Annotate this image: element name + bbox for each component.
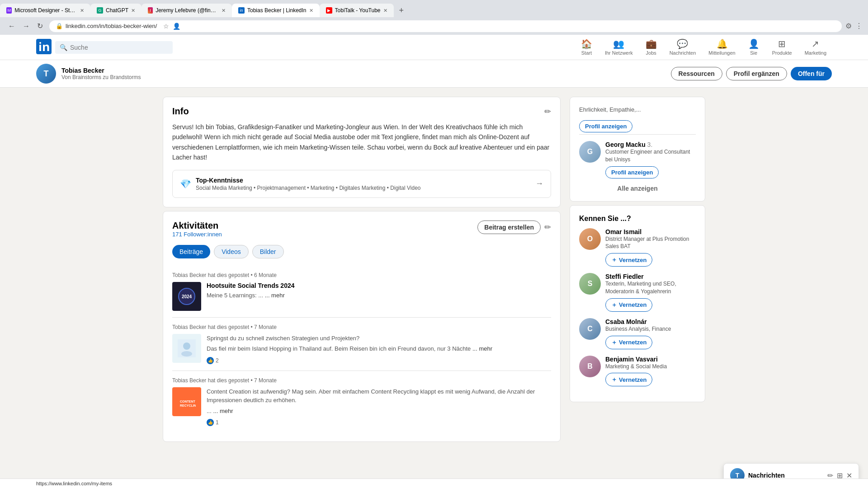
post-body-line2-3: ... ... mehr — [207, 407, 551, 416]
followers-count[interactable]: 171 Follower:innen — [172, 231, 222, 238]
georg-profil-button[interactable]: Profil anzeigen — [605, 166, 659, 178]
kennen-title: Kennen Sie ...? — [579, 215, 696, 223]
top-skills-list: Social Media Marketing • Projektmanageme… — [196, 185, 420, 191]
skills-badge-icon: 💎 — [180, 178, 191, 189]
csaba-title: Business Analysis, Finance — [605, 325, 696, 333]
nav-marketing[interactable]: ↗ Marketing — [799, 35, 832, 60]
post-body-2: Springst du zu schnell zwischen Strategi… — [207, 334, 551, 353]
aktivitaeten-edit-icon[interactable]: ✏ — [544, 222, 551, 232]
connect-icon-steffi: ＋ — [611, 301, 617, 309]
tab-close-li[interactable]: ✕ — [309, 8, 313, 14]
search-input[interactable] — [70, 44, 168, 51]
csaba-vernetzen-button[interactable]: ＋ Vernetzen — [605, 336, 652, 349]
nav-network-label: Ihr Netzwerk — [605, 50, 633, 56]
more-icon[interactable]: ⋮ — [855, 22, 863, 30]
status-url: https://www.linkedin.com/my-items — [36, 481, 112, 486]
filter-bilder[interactable]: Bilder — [252, 245, 284, 258]
tab-ig[interactable]: I Jeremy Lefebvre (@financialec... ✕ — [142, 4, 232, 17]
tab-ms[interactable]: M Microsoft Designer - Stunning ✕ — [0, 4, 90, 17]
filter-beitraege[interactable]: Beiträge — [172, 245, 210, 258]
jobs-icon: 💼 — [646, 38, 657, 49]
person-benjamin: B Benjamin Vasvari Marketing & Social Me… — [579, 356, 696, 387]
omar-title: District Manager at Plus Promotion Sales… — [605, 235, 696, 251]
like-icon-2: 👍 — [207, 357, 214, 364]
steffi-vernetzen-button[interactable]: ＋ Vernetzen — [605, 298, 652, 312]
nav-notifications-label: Mitteilungen — [708, 50, 735, 56]
search-box[interactable]: 🔍 — [55, 41, 173, 54]
post-text-2: Springst du zu schnell zwischen Strategi… — [207, 334, 551, 364]
nav-start[interactable]: 🏠 Start — [576, 35, 598, 60]
new-tab-button[interactable]: + — [394, 4, 410, 17]
post-body-3: Content Creation ist aufwendig? Mag sein… — [207, 387, 551, 416]
forward-button[interactable]: → — [20, 20, 33, 32]
reload-button[interactable]: ↻ — [34, 20, 46, 32]
alle-anzeigen-link[interactable]: Alle anzeigen — [579, 185, 696, 192]
profile-avatar[interactable]: T — [36, 64, 56, 84]
linkedin-logo[interactable] — [36, 39, 52, 56]
post-thumb-3[interactable]: CONTENTRECYCLING — [172, 387, 201, 416]
nav-products[interactable]: ⊞ Produkte — [767, 35, 797, 60]
tab-li[interactable]: in Tobias Becker | LinkedIn ✕ — [232, 4, 320, 17]
omar-vernetzen-button[interactable]: ＋ Vernetzen — [605, 253, 652, 267]
zoom-icon[interactable]: ⚙ — [845, 22, 852, 30]
page-wrap: 🔍 🏠 Start 👥 Ihr Netzwerk 💼 Jobs 💬 Nachri… — [0, 35, 868, 488]
post-item-1: Tobias Becker hat dies gepostet • 6 Mona… — [172, 266, 551, 318]
profile-bar-buttons: Ressourcen Profil ergänzen Offen für — [671, 67, 832, 80]
georg-avatar: G — [579, 141, 601, 163]
post-meta-3: Tobias Becker hat dies gepostet • 7 Mona… — [172, 377, 551, 384]
post-body-line2-2: Das fiel mir beim Island Hopping in Thai… — [207, 344, 551, 353]
georg-title: Customer Engineer and Consultant bei Uni… — [605, 148, 696, 164]
profil-anzeigen-button-top[interactable]: Profil anzeigen — [579, 120, 632, 132]
avatar-initials: T — [36, 64, 56, 84]
post-thumb-2[interactable] — [172, 334, 201, 363]
ressourcen-button[interactable]: Ressourcen — [671, 67, 722, 80]
nav-notifications[interactable]: 🔔 Mitteilungen — [703, 35, 741, 60]
top-skills-box[interactable]: 💎 Top-Kenntnisse Social Media Marketing … — [172, 170, 551, 198]
post-item-2: Tobias Becker hat dies gepostet • 7 Mona… — [172, 318, 551, 371]
profile-bar: T Tobias Becker Von Brainstorms zu Brand… — [0, 60, 868, 88]
post-thumb-inner-3: CONTENTRECYCLING — [172, 387, 201, 416]
steffi-name: Steffi Fiedler — [605, 273, 696, 280]
nav-buttons: ← → ↻ — [5, 20, 46, 32]
csaba-info: Csaba Molnár Business Analysis, Finance … — [605, 318, 696, 349]
bookmark-icon[interactable]: ☆ — [163, 23, 169, 30]
tab-favicon-gpt: G — [97, 7, 103, 14]
post-more-1[interactable]: ... mehr — [265, 292, 285, 299]
nav-jobs[interactable]: 💼 Jobs — [640, 35, 662, 60]
csaba-name: Csaba Molnár — [605, 318, 696, 325]
info-edit-icon[interactable]: ✏ — [544, 107, 551, 117]
nav-messages[interactable]: 💬 Nachrichten — [664, 35, 702, 60]
profile-name: Tobias Becker — [61, 67, 665, 74]
profil-ergaenzen-button[interactable]: Profil ergänzen — [726, 67, 787, 80]
tab-yt[interactable]: ▶ TobiTalk - YouTube ✕ — [320, 4, 394, 17]
back-button[interactable]: ← — [5, 20, 18, 32]
address-input[interactable]: 🔒 linkedin.com/in/tobias-becker-wien/ ☆ … — [49, 20, 842, 32]
nav-me[interactable]: 👤 Sie — [743, 35, 765, 60]
post-content-1: 2024 Hootsuite Social Trends 2024 Meine … — [172, 282, 551, 311]
post-meta-2: Tobias Becker hat dies gepostet • 7 Mona… — [172, 324, 551, 330]
connect-icon-csaba: ＋ — [611, 338, 617, 347]
post-more-3[interactable]: ... mehr — [213, 408, 233, 414]
tab-gpt[interactable]: G ChatGPT ✕ — [90, 4, 142, 17]
profile-icon[interactable]: 👤 — [173, 23, 180, 30]
post-thumb-1[interactable]: 2024 — [172, 282, 201, 311]
tab-close-ms[interactable]: ✕ — [80, 8, 84, 14]
top-skills-left: 💎 Top-Kenntnisse Social Media Marketing … — [180, 177, 420, 191]
alle-anzeigen-container: Alle anzeigen — [579, 185, 696, 192]
beitrag-erstellen-button[interactable]: Beitrag erstellen — [477, 221, 541, 234]
nav-network[interactable]: 👥 Ihr Netzwerk — [599, 35, 638, 60]
skills-arrow-icon: → — [535, 179, 543, 188]
chat-title: Nachrichten — [748, 472, 827, 479]
offen-fuer-button[interactable]: Offen für — [791, 67, 832, 80]
tab-close-ig[interactable]: ✕ — [222, 8, 226, 14]
tab-close-gpt[interactable]: ✕ — [131, 8, 135, 14]
network-icon: 👥 — [613, 38, 624, 49]
post-more-2[interactable]: ... mehr — [472, 345, 492, 352]
filter-videos[interactable]: Videos — [214, 245, 249, 258]
tab-close-yt[interactable]: ✕ — [383, 8, 387, 14]
like-count-2: 2 — [216, 357, 219, 364]
georg-name: Georg Macku 3. — [605, 141, 696, 148]
benjamin-vernetzen-button[interactable]: ＋ Vernetzen — [605, 373, 652, 386]
lock-icon: 🔒 — [56, 23, 63, 29]
benjamin-info: Benjamin Vasvari Marketing & Social Medi… — [605, 356, 696, 387]
